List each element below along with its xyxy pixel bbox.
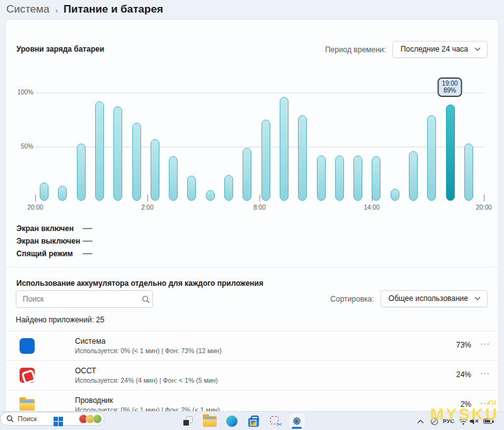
snipping-tool-button[interactable]: ✂ [267, 412, 284, 430]
tray-battery-button[interactable] [481, 412, 494, 430]
occt-app-icon [20, 368, 35, 383]
windows-logo-icon [54, 417, 63, 426]
taskbar-search-placeholder: Поиск [14, 415, 81, 422]
apps-found-count: Найдено приложений: 25 [16, 315, 105, 324]
crossed-circle-icon [430, 417, 439, 426]
tray-onedrive-button[interactable] [428, 412, 440, 430]
x-axis-tick-label: 14:00 [358, 204, 386, 211]
chart-legend: Экран включен Экран выключен Спящий режи… [16, 222, 93, 260]
legend-dash-icon [83, 240, 93, 242]
sort-row: Сортировка: Общее использование [330, 290, 488, 307]
usage-percent: 2% [461, 400, 471, 409]
chart-bar[interactable] [261, 120, 270, 201]
file-explorer-button[interactable] [202, 412, 218, 430]
chart-bar[interactable] [77, 144, 86, 201]
more-options-icon[interactable]: ··· [480, 368, 490, 378]
chart-bar[interactable] [243, 148, 251, 201]
y-axis-label-50: 50% [8, 143, 33, 150]
task-view-button[interactable] [180, 412, 196, 430]
app-row-occt[interactable]: ОССТ Используется: 24% (4 мин) | Фон: < … [6, 360, 498, 390]
usage-percent: 73% [456, 341, 471, 349]
legend-dash-icon [83, 253, 93, 254]
app-usage-list: Система Используется: 0% (< 1 мин) | Фон… [6, 331, 498, 419]
x-axis-tick [147, 195, 148, 201]
search-input[interactable] [16, 295, 139, 303]
system-app-icon [20, 338, 35, 354]
legend-screen-on: Экран включен [16, 222, 93, 235]
microsoft-store-icon [248, 418, 259, 427]
x-axis-tick [260, 195, 260, 201]
chart-bar[interactable] [298, 115, 307, 201]
chart-tooltip: 19:00 89% [437, 77, 462, 97]
app-usage-title: Использование аккумулятора отдельно для … [16, 279, 263, 288]
chevron-down-icon [474, 297, 481, 300]
tray-volume-button[interactable] [469, 412, 480, 430]
x-axis-tick-label: 20:00 [21, 204, 49, 211]
chart-bar[interactable] [169, 156, 178, 201]
legend-dash-icon [83, 228, 93, 229]
snipping-tool-icon: ✂ [270, 416, 281, 427]
chart-bar[interactable] [280, 97, 289, 201]
chart-bar[interactable] [372, 156, 381, 201]
chart-bar[interactable] [427, 115, 436, 201]
chart-bar[interactable] [446, 105, 455, 201]
breadcrumb-parent[interactable]: Система [6, 3, 49, 16]
app-search-box[interactable] [16, 290, 153, 308]
settings-content-card: Уровни заряда батареи Период времени: По… [5, 19, 499, 430]
wifi-icon [459, 418, 468, 425]
chart-bar[interactable] [224, 175, 233, 201]
more-options-icon[interactable]: ··· [480, 398, 490, 407]
chart-bar[interactable] [391, 189, 399, 201]
store-button[interactable] [245, 412, 261, 430]
folder-icon [203, 416, 217, 427]
more-options-icon[interactable]: ··· [480, 339, 490, 348]
chart-bar[interactable] [95, 101, 104, 201]
edge-button[interactable] [224, 412, 240, 430]
chart-bar[interactable] [40, 183, 49, 201]
x-axis-tick [372, 195, 372, 201]
battery-icon [483, 419, 493, 424]
language-indicator: РУС [443, 418, 454, 424]
search-highlight-apples-icon[interactable] [81, 414, 102, 424]
breadcrumb: Система › Питание и батарея [6, 0, 163, 19]
tray-show-hidden-button[interactable] [415, 412, 426, 430]
tooltip-time: 19:00 [442, 80, 457, 87]
search-icon[interactable] [139, 295, 152, 303]
chart-bar[interactable] [409, 151, 418, 201]
speaker-muted-icon [469, 417, 479, 425]
chart-bar[interactable] [335, 156, 344, 201]
sort-dropdown[interactable]: Общее использование [381, 290, 488, 307]
chart-bar[interactable] [317, 156, 326, 201]
chart-bar[interactable] [151, 139, 159, 201]
edge-browser-icon [226, 416, 238, 427]
settings-gear-icon: ⚙ [289, 413, 306, 429]
chart-bar[interactable] [187, 176, 196, 201]
app-row-system[interactable]: Система Используется: 0% (< 1 мин) | Фон… [6, 331, 498, 360]
chart-plot: 19:00 89% 20:002:008:0014:0020:00 [35, 93, 484, 201]
x-axis-tick [35, 195, 36, 201]
settings-button[interactable]: ⚙ [288, 412, 306, 430]
section-divider [6, 267, 498, 268]
chart-bar[interactable] [206, 190, 215, 201]
x-axis-tick [484, 195, 484, 201]
usage-percent: 24% [456, 370, 471, 379]
active-app-indicator [292, 427, 302, 429]
y-axis-label-100: 100% [8, 89, 33, 96]
chart-bar[interactable] [113, 106, 122, 201]
explorer-app-icon [20, 399, 35, 411]
chart-bar[interactable] [132, 123, 141, 201]
chart-bar[interactable] [353, 156, 362, 201]
battery-level-chart: 100% 50% 19:00 89% 20:002:008:0014:0020:… [6, 20, 500, 234]
legend-screen-off: Экран выключен [16, 235, 93, 247]
tray-language-button[interactable]: РУС [441, 412, 456, 430]
search-icon [6, 415, 14, 422]
start-button[interactable] [50, 412, 66, 430]
legend-sleep: Спящий режим [16, 247, 93, 260]
x-axis-tick-label: 20:00 [470, 204, 498, 211]
task-view-icon [183, 416, 193, 426]
chart-bar[interactable] [58, 186, 67, 201]
page-title: Питание и батарея [64, 3, 163, 16]
tray-network-button[interactable] [457, 412, 469, 430]
breadcrumb-separator-icon: › [55, 4, 57, 15]
chart-bar[interactable] [464, 144, 473, 201]
